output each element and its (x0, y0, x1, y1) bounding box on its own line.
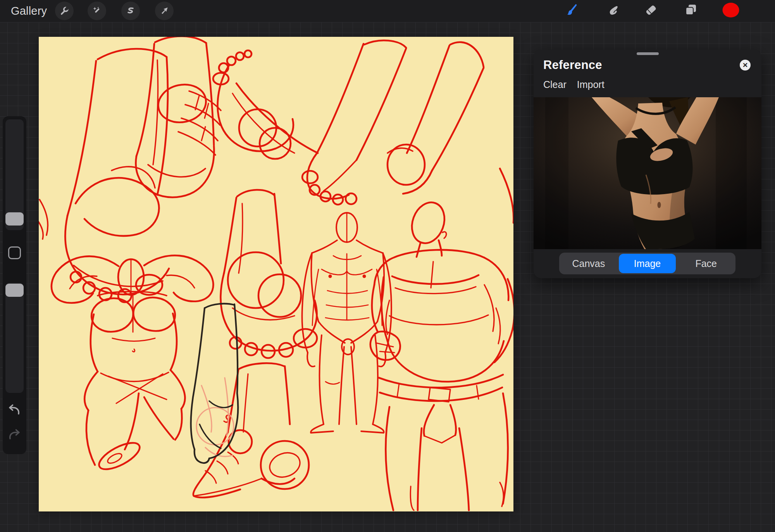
smudge-finger-icon (606, 2, 621, 19)
eraser-icon (643, 2, 659, 19)
sketch-edge-fragment (39, 200, 48, 239)
transform-arrow-icon (159, 6, 169, 16)
import-button[interactable]: Import (577, 79, 604, 90)
reference-mode-tabs: Canvas Image Face (559, 253, 735, 274)
adjustments-button[interactable] (88, 2, 106, 20)
smudge-button[interactable] (604, 2, 622, 20)
magic-wand-icon (92, 6, 102, 16)
paint-brush-button[interactable] (563, 2, 580, 20)
brush-opacity-slider[interactable] (5, 283, 24, 393)
undo-icon (7, 411, 22, 418)
clear-button[interactable]: Clear (543, 79, 567, 90)
paint-brush-icon (564, 2, 579, 19)
sketch-muscular-figure (370, 198, 513, 510)
close-panel-button[interactable]: ✕ (740, 60, 751, 71)
drawing-canvas[interactable] (39, 37, 513, 511)
tab-face[interactable]: Face (677, 254, 735, 273)
color-swatch-button[interactable] (722, 2, 740, 20)
reference-image-view[interactable] (534, 97, 761, 249)
modify-button[interactable] (8, 246, 21, 259)
reference-panel: Reference ✕ Clear Import (534, 50, 761, 278)
tab-canvas[interactable]: Canvas (560, 254, 617, 273)
brush-size-slider[interactable] (5, 119, 24, 230)
close-icon: ✕ (742, 62, 748, 69)
brush-opacity-thumb[interactable] (5, 284, 24, 297)
panel-drag-handle[interactable] (637, 52, 659, 55)
reference-panel-title: Reference (543, 58, 602, 72)
brush-size-thumb[interactable] (5, 212, 24, 226)
active-color-swatch (722, 2, 740, 20)
layers-button[interactable] (682, 2, 700, 20)
sketch-foot-top-view (213, 50, 318, 159)
brush-sidebar (3, 116, 26, 454)
sketch-crossed-feet (302, 40, 513, 223)
sketch-foot-heel-bands (136, 37, 221, 197)
redo-button[interactable] (7, 429, 22, 442)
sketch-foot-heel-red (193, 363, 309, 498)
tab-image[interactable]: Image (619, 254, 676, 273)
actions-button[interactable] (55, 2, 74, 20)
gallery-button[interactable]: Gallery (11, 0, 47, 22)
selection-s-icon (126, 6, 136, 16)
top-toolbar: Gallery (0, 0, 775, 22)
sketch-female-torso (52, 255, 214, 474)
reference-photo-woman (534, 97, 761, 249)
eraser-button[interactable] (642, 2, 660, 20)
undo-button[interactable] (7, 404, 22, 417)
reference-actions: Clear Import (543, 79, 604, 90)
sketch-foot-black-ink (191, 304, 238, 463)
layers-icon (683, 2, 699, 19)
wrench-icon (59, 6, 69, 16)
anatomy-sketches (39, 37, 513, 511)
selection-button[interactable] (121, 2, 140, 20)
transform-button[interactable] (155, 2, 174, 20)
redo-icon (7, 436, 22, 443)
